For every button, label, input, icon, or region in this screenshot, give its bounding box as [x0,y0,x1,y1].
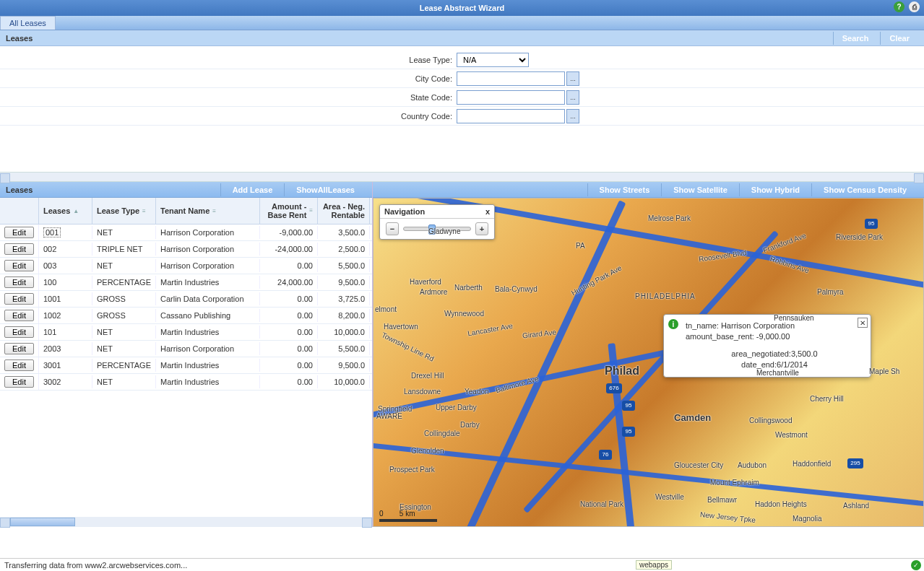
table-row[interactable]: Edit2003NETHarrison Corporation0.005,500… [0,341,372,357]
cell-area: 10,000.0 [318,326,370,339]
map-label-hunting: Hunting Park Ave [570,264,623,297]
cell-lease-type: NET [92,342,156,355]
map-label-camden: Camden [674,412,711,423]
map-info-popup: i ✕ tn_name: Harrison Corporation amount… [663,314,871,378]
show-hybrid-button[interactable]: Show Hybrid [739,183,811,196]
edit-button[interactable]: Edit [4,293,34,305]
map-label-nj-tpke: New Jersey Tpke [700,510,756,524]
cell-area: 2,500.0 [318,243,370,256]
scroll-thumb[interactable] [10,518,75,526]
col-edit [0,198,39,224]
show-streets-button[interactable]: Show Streets [587,183,662,196]
zoom-out-button[interactable]: − [386,222,399,235]
edit-button[interactable]: Edit [4,260,34,271]
country-code-input[interactable] [457,109,565,123]
left-h-scrollbar[interactable] [0,517,372,527]
cell-amount: 0.00 [260,326,318,339]
help-icon[interactable]: ? [894,1,904,12]
edit-button[interactable]: Edit [4,343,34,354]
map-label-collingswood: Collingswood [749,417,792,424]
map-label-merchantville: Merchantville [756,369,799,377]
shield-676: 676 [606,383,622,393]
shield-95-1: 95 [622,401,635,411]
tab-strip: All Leases [0,16,924,30]
cell-area: 9,500.0 [318,359,370,372]
col-area[interactable]: Area - Neg. Rentable [318,198,370,224]
cell-tenant: Martin Industries [156,375,260,388]
col-tenant-name[interactable]: Tenant Name≡ [156,198,260,224]
cell-amount: 0.00 [260,292,318,305]
table-row[interactable]: Edit100PERCENTAGEMartin Industries24,000… [0,274,372,291]
print-icon[interactable]: ⎙ [909,1,920,12]
edit-button[interactable]: Edit [4,243,34,255]
shield-295: 295 [847,458,863,468]
map-label-gladwyne: Gladwyne [428,227,460,235]
col-leases[interactable]: Leases▲ [39,198,92,224]
edit-button[interactable]: Edit [4,359,34,371]
add-lease-button[interactable]: Add Lease [220,183,285,196]
map-label-philadelphia-small: PHILADELPHIA [635,292,696,300]
tab-all-leases[interactable]: All Leases [0,16,56,30]
title-bar: Lease Abstract Wizard ? ⎙ [0,0,924,16]
city-code-label: City Code: [0,74,457,83]
col-amount[interactable]: Amount - Base Rent≡ [260,198,318,224]
edit-button[interactable]: Edit [4,326,34,338]
cell-tenant: Harrison Corporation [156,226,260,239]
edit-button[interactable]: Edit [4,276,34,288]
table-row[interactable]: Edit003NETHarrison Corporation0.005,500.… [0,258,372,274]
search-button[interactable]: Search [833,32,878,45]
edit-button[interactable]: Edit [4,376,34,388]
cell-amount: -9,000.00 [260,226,318,239]
cell-area: 10,000.0 [318,375,370,388]
cell-amount: 0.00 [260,375,318,388]
cell-lease-id: 1001 [39,292,92,305]
city-code-input[interactable] [457,71,565,86]
map-label-westmont: Westmont [775,431,808,439]
cell-lease-type: TRIPLE NET [92,243,156,256]
table-row[interactable]: Edit002TRIPLE NETHarrison Corporation-24… [0,241,372,258]
lease-type-label: Lease Type: [0,56,457,64]
cell-tenant: Carlin Data Corporation [156,292,260,305]
zoom-in-button[interactable]: + [475,222,488,235]
col-lease-type[interactable]: Lease Type≡ [92,198,156,224]
table-row[interactable]: Edit001NETHarrison Corporation-9,000.003… [0,225,372,241]
table-row[interactable]: Edit3002NETMartin Industries0.0010,000.0 [0,374,372,391]
lease-type-select[interactable]: N/A [457,53,529,67]
cell-amount: -24,000.00 [260,243,318,256]
cell-area: 9,500.0 [318,276,370,289]
cell-amount: 0.00 [260,259,318,272]
map-label-haverford: Haverford [410,278,441,286]
edit-button[interactable]: Edit [4,227,34,238]
nav-close-icon[interactable]: x [485,207,490,216]
country-code-lookup-button[interactable]: ... [566,109,579,123]
table-row[interactable]: Edit1001GROSSCarlin Data Corporation0.00… [0,291,372,308]
show-census-density-button[interactable]: Show Census Density [811,183,918,196]
info-icon: i [668,319,678,329]
cell-lease-id: 001 [39,226,92,239]
map-label-drexel: Drexel Hill [411,372,444,380]
state-code-input[interactable] [457,90,565,105]
cell-lease-type: PERCENTAGE [92,359,156,372]
map-label-yeadon: Yeadon [465,388,489,396]
subheader-title: Leases [6,34,33,43]
map-canvas[interactable]: Navigation x − + i ✕ tn_name: Harrison C… [373,198,924,527]
mid-scrollbar[interactable] [0,172,924,182]
status-bar: Transferring data from www2.arcwebservic… [0,558,924,571]
map-label-westville: Westville [655,493,684,501]
cell-tenant: Martin Industries [156,359,260,372]
sub-header: Leases Search Clear [0,30,924,46]
table-row[interactable]: Edit101NETMartin Industries0.0010,000.0 [0,324,372,341]
cell-tenant: Harrison Corporation [156,243,260,256]
cell-lease-id: 100 [39,276,92,289]
city-code-lookup-button[interactable]: ... [566,71,579,86]
show-all-leases-button[interactable]: ShowAllLeases [284,183,366,196]
table-row[interactable]: Edit3001PERCENTAGEMartin Industries0.009… [0,357,372,374]
cell-tenant: Harrison Corporation [156,342,260,355]
popup-close-icon[interactable]: ✕ [858,318,868,328]
edit-button[interactable]: Edit [4,310,34,321]
cell-area: 8,200.0 [318,309,370,322]
table-row[interactable]: Edit1002GROSSCassano Publishing0.008,200… [0,308,372,324]
clear-button[interactable]: Clear [880,32,918,45]
state-code-lookup-button[interactable]: ... [566,90,579,105]
show-satellite-button[interactable]: Show Satellite [661,183,739,196]
